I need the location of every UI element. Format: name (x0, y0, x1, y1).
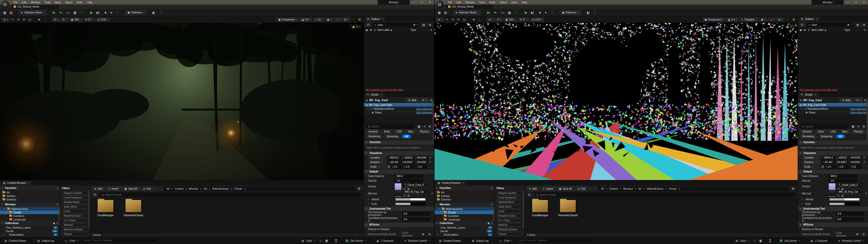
rotation-y-field[interactable]: 64.8307 (835, 161, 848, 164)
selection-mode-dropdown[interactable]: ➤ Selection Mode▾ (19, 10, 46, 15)
close-icon[interactable]: ✕ (462, 182, 464, 184)
rotate-tool-icon[interactable]: ⟳ (456, 18, 461, 22)
environmental-tint-category[interactable]: ▾Enviromental Tint (798, 206, 868, 211)
reset-location-icon[interactable]: ↶ (429, 156, 432, 159)
tree-item-clouds[interactable]: ▸Clouds (0, 211, 60, 214)
search-options-icon[interactable]: ⊕ (847, 24, 849, 26)
filter-texture[interactable]: Texture (496, 232, 523, 236)
details-tab[interactable]: ✎ Details ✕ (798, 92, 819, 97)
import-button[interactable]: ↧Import (106, 186, 121, 191)
filter-funnel-icon[interactable]: ☰▾ (92, 193, 98, 197)
content-browser-tab[interactable]: ▤ Content Browser ✕ (1, 180, 32, 185)
details-settings-icon[interactable]: ⚙ (861, 125, 866, 129)
favorites-section-header[interactable]: ▾Favorites (0, 185, 60, 190)
default-category[interactable]: ▾Default (364, 169, 434, 174)
browse-content-icon[interactable]: ▤ (443, 10, 448, 15)
menu-help[interactable]: Help (520, 1, 529, 4)
display-options-icon[interactable]: ▦ (850, 125, 856, 129)
clear-search-icon[interactable]: ✕ (375, 24, 376, 26)
menu-select[interactable]: Select (498, 1, 509, 4)
favorite-folder-art[interactable]: Art (0, 190, 60, 194)
project-section-header[interactable]: ▾Minotaur (0, 202, 60, 207)
zen-server-dropdown[interactable]: ✓Zen Server▾ (777, 238, 802, 243)
viewport-warning-badge[interactable]: 1◂ (784, 25, 796, 28)
save-all-button[interactable]: ▦Save All (122, 186, 140, 191)
level-tab[interactable]: L01_Revival_World (446, 5, 493, 9)
opacity-field[interactable]: 1.0 (829, 179, 857, 182)
project-section-header[interactable]: ▾Minotaur (435, 202, 494, 207)
filter-cpp-class[interactable]: C++ Class (62, 218, 88, 222)
scale-tool-icon[interactable]: ◱ (462, 18, 467, 22)
collection-row[interactable]: Decals23 (0, 229, 60, 233)
component-row-self[interactable]: ◎ BP_Fog_Card (Self) (364, 103, 434, 107)
filter-texture[interactable]: Texture (62, 232, 88, 236)
asset-search-box[interactable] (99, 193, 362, 197)
console-command-box[interactable] (516, 239, 592, 243)
viewport-overflow-icon[interactable]: ⋮ (785, 18, 790, 22)
console-command-input[interactable] (84, 239, 155, 242)
item-label-column[interactable]: Item Label ▲ (378, 29, 393, 31)
snap-options-icon[interactable]: ⋮ (477, 18, 482, 22)
filter-material[interactable]: Material (62, 223, 88, 227)
stop-button[interactable]: ■ (538, 10, 542, 15)
maximize-viewport-icon[interactable]: ⊞ (791, 18, 796, 22)
reset-location-icon[interactable]: ↶ (863, 156, 866, 159)
back-button[interactable]: ← (589, 187, 592, 190)
edit-in-blueprint-link[interactable]: Edit in Blueprint (850, 108, 866, 110)
close-button[interactable]: ✕ (426, 0, 434, 5)
content-drawer-button[interactable]: ▤Content Drawer (437, 238, 463, 243)
collection-row[interactable]: ▾Destructibles2 (0, 233, 60, 236)
perspective-dropdown[interactable]: ▣Perspective▾ (276, 18, 299, 22)
asset-search-input[interactable] (105, 194, 359, 196)
rotation-z-field[interactable]: 49.6292 (415, 161, 427, 164)
viewport-settings-dropdown[interactable]: ⚙▾ (776, 18, 784, 22)
menu-build[interactable]: Build (487, 1, 497, 4)
location-dropdown[interactable]: Location▾ (368, 156, 386, 160)
tint-emission-field[interactable]: 0.0 (836, 212, 864, 215)
edit-in-blueprint-link[interactable]: Edit in Blueprint (416, 108, 432, 110)
toolbar-overflow-icon[interactable]: ⋮ (79, 10, 84, 15)
mtactor-category[interactable]: ▾MTActor (798, 222, 868, 227)
close-icon[interactable]: ✕ (380, 94, 382, 96)
emit-color-swatch[interactable] (829, 203, 860, 205)
blueprint-dropdown[interactable]: ✦▾ (854, 98, 863, 102)
opacity-field[interactable]: 1.0 (395, 179, 423, 182)
asset-search-box[interactable] (534, 193, 796, 197)
chip-misc[interactable]: Misc (839, 130, 850, 134)
tree-scrollbar[interactable] (59, 207, 60, 221)
scale-dropdown[interactable]: Scale▾ (802, 165, 820, 169)
menu-tools[interactable]: Tools (42, 1, 53, 4)
checkbox[interactable] (437, 226, 439, 229)
clear-search-icon[interactable]: ✕ (809, 24, 810, 26)
cycle-gizmo-dropdown[interactable]: ⟲▾ (486, 18, 494, 22)
world-local-icon[interactable]: ⊕ (471, 18, 476, 22)
checkbox[interactable] (6, 234, 8, 236)
play-from-here-button[interactable]: ▶▏ (95, 10, 102, 15)
console-command-box[interactable] (82, 239, 157, 243)
chip-physics[interactable]: Physics (851, 130, 865, 134)
play-options-icon[interactable]: ⋮ (115, 10, 120, 15)
scale-snap-dropdown[interactable]: ◰0.25▾ (530, 18, 544, 22)
back-button[interactable]: ← (154, 187, 158, 190)
rotation-x-field[interactable]: -95.441 (822, 161, 834, 164)
albedo-color-swatch[interactable] (829, 198, 860, 201)
tint-emission-field[interactable]: 0.0 (402, 212, 430, 215)
maximize-viewport-icon[interactable]: ⊞ (357, 18, 362, 22)
rotation-snap-dropdown[interactable]: ⟳5°▾ (83, 18, 95, 22)
breadcrumb[interactable]: All❯ Content❯ Minotaur❯ Art❯ MaterialLib… (164, 186, 355, 191)
favorites-category[interactable]: ▾Favorites (364, 140, 434, 145)
pin-column-icon[interactable]: ↧ (374, 29, 376, 31)
emit-color-swatch[interactable] (395, 203, 426, 205)
viewport-overflow-icon[interactable]: ⋮ (351, 18, 356, 22)
search-icon[interactable] (491, 204, 493, 205)
details-tab[interactable]: ✎ Details ✕ (364, 92, 385, 97)
search-options-icon[interactable]: ⊕ (413, 24, 415, 26)
unreal-engine-logo-icon[interactable]: U (436, 1, 444, 8)
favorite-folder-damian[interactable]: Damian (0, 194, 60, 198)
unreal-engine-logo-icon[interactable]: U (1, 1, 9, 8)
save-all-button[interactable]: ▦Save All (557, 186, 574, 191)
select-tool-icon[interactable]: ↖ (445, 18, 450, 22)
viewport-settings-dropdown[interactable]: ⚙▾ (342, 18, 350, 22)
scale-y-field[interactable]: 1.0 (404, 165, 415, 169)
add-button[interactable]: ✚Add (527, 186, 539, 191)
